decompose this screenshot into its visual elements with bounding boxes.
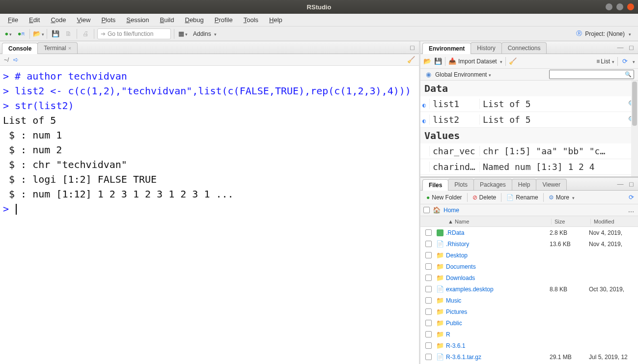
- menu-code[interactable]: Code: [46, 15, 71, 25]
- more-button[interactable]: More: [546, 194, 578, 201]
- menu-session[interactable]: Session: [121, 15, 154, 25]
- file-row[interactable]: Downloads: [420, 272, 638, 283]
- load-workspace-icon[interactable]: 📂: [423, 57, 431, 65]
- select-all-checkbox[interactable]: [423, 207, 430, 213]
- new-file-button[interactable]: ●: [3, 28, 14, 39]
- file-name[interactable]: .Rhistory: [446, 241, 550, 248]
- file-row[interactable]: .Rhistory13.6 KBNov 4, 2019,: [420, 238, 638, 250]
- file-row[interactable]: examples.desktop8.8 KBOct 30, 2019,: [420, 283, 638, 295]
- goto-file-input[interactable]: ➔ Go to file/function: [97, 28, 171, 39]
- project-menu[interactable]: Ⓡ Project: (None): [572, 29, 635, 38]
- new-project-button[interactable]: ●R: [16, 28, 27, 39]
- tab-plots[interactable]: Plots: [448, 179, 474, 190]
- console-path-arrow-icon[interactable]: ➪: [12, 56, 20, 64]
- tab-connections[interactable]: Connections: [501, 42, 547, 54]
- clear-console-icon[interactable]: 🧹: [407, 56, 415, 64]
- refresh-files-icon[interactable]: [627, 194, 635, 201]
- file-row[interactable]: Music: [420, 295, 638, 306]
- file-checkbox[interactable]: [425, 331, 432, 337]
- pane-minimize-icon[interactable]: —: [616, 180, 624, 188]
- file-name[interactable]: .RData: [446, 229, 550, 236]
- file-checkbox[interactable]: [425, 320, 432, 326]
- file-name[interactable]: R-3.6.1.tar.gz: [446, 354, 550, 361]
- file-row[interactable]: Documents: [420, 261, 638, 272]
- env-view-mode[interactable]: ≡ List: [596, 58, 614, 65]
- pane-minimize-icon[interactable]: —: [616, 43, 624, 51]
- file-checkbox[interactable]: [425, 286, 432, 292]
- save-workspace-icon[interactable]: 💾: [434, 57, 442, 65]
- file-name[interactable]: Documents: [446, 263, 550, 270]
- menu-edit[interactable]: Edit: [24, 15, 45, 25]
- file-checkbox[interactable]: [425, 263, 432, 270]
- path-more-icon[interactable]: …: [627, 206, 635, 214]
- tab-packages[interactable]: Packages: [473, 179, 512, 190]
- refresh-env-icon[interactable]: [621, 57, 629, 65]
- env-row[interactable]: ◐list1List of 5🔍: [420, 96, 638, 112]
- file-name[interactable]: R: [446, 331, 550, 338]
- home-icon[interactable]: [433, 206, 441, 214]
- file-checkbox[interactable]: [425, 275, 432, 281]
- import-dataset-button[interactable]: 📥 Import Dataset: [448, 57, 502, 65]
- tab-environment[interactable]: Environment: [422, 43, 471, 54]
- window-close[interactable]: [627, 3, 634, 10]
- breadcrumb-home[interactable]: Home: [444, 207, 459, 214]
- file-checkbox[interactable]: [425, 297, 432, 304]
- delete-button[interactable]: ⊘Delete: [470, 194, 499, 201]
- window-maximize[interactable]: [616, 3, 623, 10]
- pane-maximize-icon[interactable]: ◻: [627, 180, 635, 188]
- save-button[interactable]: 💾: [50, 28, 61, 39]
- env-search-input[interactable]: [549, 70, 634, 79]
- file-checkbox[interactable]: [425, 308, 432, 315]
- file-checkbox[interactable]: [425, 252, 432, 258]
- menu-help[interactable]: Help: [264, 15, 287, 25]
- pane-maximize-icon[interactable]: ◻: [627, 43, 635, 51]
- file-name[interactable]: examples.desktop: [446, 286, 550, 293]
- header-name[interactable]: ▲ Name: [434, 219, 552, 224]
- print-button[interactable]: 🖨: [80, 28, 91, 39]
- expand-icon[interactable]: ◐: [422, 102, 426, 109]
- file-row[interactable]: Desktop: [420, 250, 638, 261]
- menu-profile[interactable]: Profile: [210, 15, 238, 25]
- rename-button[interactable]: 📄Rename: [503, 194, 541, 201]
- file-name[interactable]: R-3.6.1: [446, 342, 550, 349]
- env-row[interactable]: ◐list2List of 5🔍: [420, 112, 638, 128]
- env-scrollbar[interactable]: [631, 81, 638, 176]
- file-row[interactable]: R-3.6.1.tar.gz29.1 MBJul 5, 2019, 12: [420, 351, 638, 363]
- menu-debug[interactable]: Debug: [180, 15, 209, 25]
- env-scope[interactable]: Global Environment: [435, 71, 491, 78]
- file-name[interactable]: Desktop: [446, 252, 550, 259]
- header-size[interactable]: Size: [552, 219, 591, 224]
- file-name[interactable]: Pictures: [446, 308, 550, 315]
- file-name[interactable]: Music: [446, 297, 550, 304]
- new-folder-button[interactable]: ●New Folder: [423, 194, 465, 201]
- tab-terminal[interactable]: Terminal ×: [37, 42, 78, 54]
- tab-viewer[interactable]: Viewer: [536, 179, 566, 190]
- menu-view[interactable]: View: [72, 15, 95, 25]
- close-icon[interactable]: ×: [68, 45, 71, 51]
- menu-file[interactable]: File: [3, 15, 23, 25]
- file-row[interactable]: .RData2.8 KBNov 4, 2019,: [420, 227, 638, 238]
- addins-menu[interactable]: Addins: [190, 30, 220, 37]
- pane-popout-icon[interactable]: ◻: [408, 43, 416, 51]
- file-name[interactable]: Public: [446, 320, 550, 327]
- menu-tools[interactable]: Tools: [239, 15, 263, 25]
- tab-history[interactable]: History: [471, 42, 501, 54]
- file-row[interactable]: R-3.6.1: [420, 340, 638, 351]
- expand-icon[interactable]: ◐: [422, 117, 426, 124]
- file-checkbox[interactable]: [425, 354, 432, 360]
- console-body[interactable]: > # author techvidvan> list2 <- c(c(1,2)…: [0, 66, 419, 364]
- clear-env-icon[interactable]: 🧹: [509, 57, 517, 65]
- menu-build[interactable]: Build: [155, 15, 179, 25]
- file-name[interactable]: Downloads: [446, 275, 550, 281]
- save-all-button[interactable]: 🗎: [63, 28, 74, 39]
- header-modified[interactable]: Modified: [591, 219, 638, 224]
- tab-files[interactable]: Files: [422, 179, 448, 191]
- file-row[interactable]: Pictures: [420, 306, 638, 317]
- file-checkbox[interactable]: [425, 342, 432, 349]
- window-minimize[interactable]: [606, 3, 612, 10]
- menu-plots[interactable]: Plots: [96, 15, 120, 25]
- file-checkbox[interactable]: [425, 229, 432, 236]
- env-row[interactable]: char_vecchr [1:5] "aa" "bb" "c…: [420, 143, 638, 159]
- tab-help[interactable]: Help: [512, 179, 537, 190]
- env-row[interactable]: charind…Named num [1:3] 1 2 4: [420, 159, 638, 175]
